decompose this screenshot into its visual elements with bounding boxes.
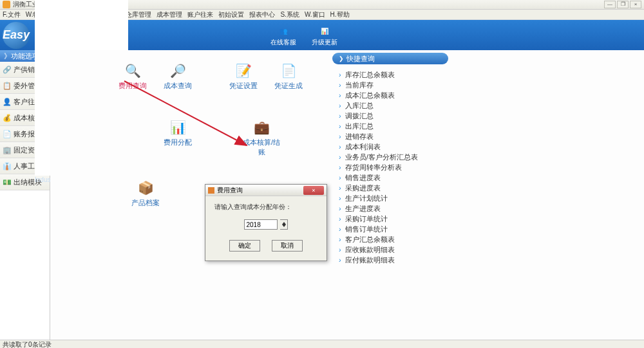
chevron-right-icon: ›: [339, 256, 341, 264]
function-label: 费用分配: [157, 138, 198, 147]
quick-item-label: 生产计划统计: [345, 194, 388, 203]
menu-item[interactable]: S.系统: [280, 10, 299, 19]
function-label: 费用查询: [112, 81, 153, 91]
quick-search-panel: ❯ 快捷查询 ›库存汇总余额表›当前库存›成本汇总余额表›入库汇总›调拨汇总›出…: [332, 53, 448, 265]
function-label: 产品档案: [125, 198, 166, 208]
quick-item-label: 销售进度表: [345, 173, 381, 183]
ok-button[interactable]: 确定: [229, 240, 260, 252]
quick-search-item[interactable]: ›业务员/客户分析汇总表: [339, 152, 448, 162]
quick-item-label: 出库汇总: [345, 122, 374, 131]
menu-item[interactable]: 初始设置: [218, 10, 244, 19]
chevron-right-icon: ›: [339, 81, 341, 89]
quick-search-item[interactable]: ›销售订单统计: [339, 224, 448, 234]
quick-search-item[interactable]: ›生产计划统计: [339, 193, 448, 203]
function-label: 凭证生成: [268, 81, 309, 91]
quick-search-item[interactable]: ›采购订单统计: [339, 214, 448, 224]
dialog-title-text: 费用查询: [217, 186, 303, 195]
quick-search-header: ❯ 快捷查询: [332, 53, 448, 64]
function-label: 凭证设置: [223, 81, 264, 91]
quick-item-label: 采购订单统计: [345, 214, 388, 224]
quick-item-label: 应收账款明细表: [345, 245, 395, 255]
menu-item[interactable]: F.文件: [3, 10, 21, 19]
quick-search-item[interactable]: ›成本汇总余额表: [339, 90, 448, 100]
quick-search-item[interactable]: ›应收账款明细表: [339, 244, 448, 255]
quick-search-item[interactable]: ›库存汇总余额表: [339, 69, 448, 80]
dialog-titlebar[interactable]: 费用查询 ×: [205, 185, 327, 196]
menu-item[interactable]: 账户往来: [187, 10, 213, 19]
quick-search-item[interactable]: ›应付账款明细表: [339, 255, 448, 265]
dialog-icon: [208, 187, 214, 194]
main-area: 》功能选项 🔗产供销链📋委外管理👤客户往来💰成本核算📄账务报表🏢固定资产👔人事工…: [0, 50, 644, 340]
app-banner: Easy 工业ERP（中小企业） Industrial ERP（SMEs） 👥 …: [0, 20, 644, 50]
function-icon[interactable]: 📝凭证设置: [223, 62, 264, 91]
chevron-right-icon: ›: [339, 112, 341, 120]
menu-item[interactable]: 成本管理: [156, 10, 182, 19]
chevron-right-icon: ›: [339, 215, 341, 223]
chart-icon: 📊: [317, 25, 332, 37]
chevron-right-icon: ›: [339, 205, 341, 212]
function-icon[interactable]: 📄凭证生成: [268, 62, 309, 91]
function-label: 成本查询: [157, 81, 198, 91]
function-glyph-icon: 📝: [234, 62, 252, 80]
logo-icon: Easy: [3, 22, 30, 49]
function-icon[interactable]: 🔍费用查询: [112, 62, 153, 91]
function-glyph-icon: 🔍: [124, 62, 142, 80]
cancel-button[interactable]: 取消: [272, 240, 303, 252]
chevron-right-icon: ›: [339, 194, 341, 202]
quick-search-item[interactable]: ›成本利润表: [339, 142, 448, 152]
quick-search-item[interactable]: ›出库汇总: [339, 121, 448, 131]
quick-search-item[interactable]: ›生产进度表: [339, 203, 448, 214]
sidebar-item-icon: 🏢: [3, 145, 12, 154]
online-service-button[interactable]: 👥 在线客服: [270, 25, 296, 47]
chevron-right-icon: ›: [339, 246, 341, 253]
close-button[interactable]: ×: [630, 1, 641, 8]
chevron-right-icon: ›: [339, 163, 341, 171]
quick-item-label: 成本汇总余额表: [345, 91, 395, 100]
chevron-right-icon: ›: [339, 122, 341, 130]
function-glyph-icon: 🔎: [169, 62, 187, 80]
quick-search-item[interactable]: ›存货周转率分析表: [339, 162, 448, 172]
quick-search-item[interactable]: ›客户汇总余额表: [339, 234, 448, 244]
quick-search-item[interactable]: ›采购进度表: [339, 183, 448, 193]
people-icon: 👥: [276, 25, 291, 37]
function-glyph-icon: 💼: [252, 118, 270, 136]
quick-search-item[interactable]: ›销售进度表: [339, 172, 448, 183]
function-icon[interactable]: 💼成本核算/结账: [241, 118, 282, 157]
function-glyph-icon: 📄: [279, 62, 298, 80]
menu-item[interactable]: H.帮助: [330, 10, 350, 19]
sidebar-item-icon: 👤: [3, 97, 12, 106]
quick-item-label: 销售订单统计: [345, 224, 388, 234]
chevron-right-icon: ›: [339, 143, 341, 151]
minimize-button[interactable]: —: [604, 1, 616, 8]
maximize-button[interactable]: ❐: [617, 1, 629, 8]
quick-search-item[interactable]: ›入库汇总: [339, 100, 448, 111]
function-glyph-icon: 📊: [169, 118, 187, 136]
menu-item[interactable]: 报表中心: [249, 10, 275, 19]
content-area: 🔍费用查询🔎成本查询📝凭证设置📄凭证生成📊费用分配💼成本核算/结账📦产品档案 费…: [50, 50, 644, 340]
quick-item-label: 调拨汇总: [345, 111, 374, 121]
year-input[interactable]: [244, 219, 278, 230]
menu-item[interactable]: 仓库管理: [126, 10, 151, 19]
app-icon: [3, 1, 10, 8]
dialog-close-button[interactable]: ×: [303, 186, 324, 195]
chevron-right-icon: ›: [339, 184, 341, 192]
quick-search-item[interactable]: ›当前库存: [339, 80, 448, 90]
chevron-right-icon: ❯: [339, 55, 344, 62]
status-bar: 共读取了0条记录: [0, 340, 644, 348]
sidebar-item-icon: 🔗: [3, 65, 12, 74]
function-icon[interactable]: 🔎成本查询: [157, 62, 198, 91]
quick-search-item[interactable]: ›调拨汇总: [339, 111, 448, 121]
year-spinner[interactable]: [280, 219, 288, 230]
chevron-right-icon: ›: [339, 225, 341, 233]
quick-item-label: 客户汇总余额表: [345, 235, 395, 244]
upgrade-button[interactable]: 📊 升级更新: [312, 25, 337, 47]
menu-item[interactable]: W.窗口: [305, 10, 325, 19]
chevron-right-icon: ›: [339, 71, 341, 78]
function-icon[interactable]: 📦产品档案: [125, 179, 166, 208]
quick-item-label: 应付账款明细表: [345, 255, 395, 265]
function-icon[interactable]: 📊费用分配: [157, 118, 198, 147]
sidebar-item-icon: 📄: [3, 129, 12, 138]
chevron-right-icon: ›: [339, 102, 341, 109]
quick-search-item[interactable]: ›进销存表: [339, 131, 448, 142]
year-query-dialog: 费用查询 × 请输入查询成本分配年份： 确定 取消: [205, 184, 327, 261]
